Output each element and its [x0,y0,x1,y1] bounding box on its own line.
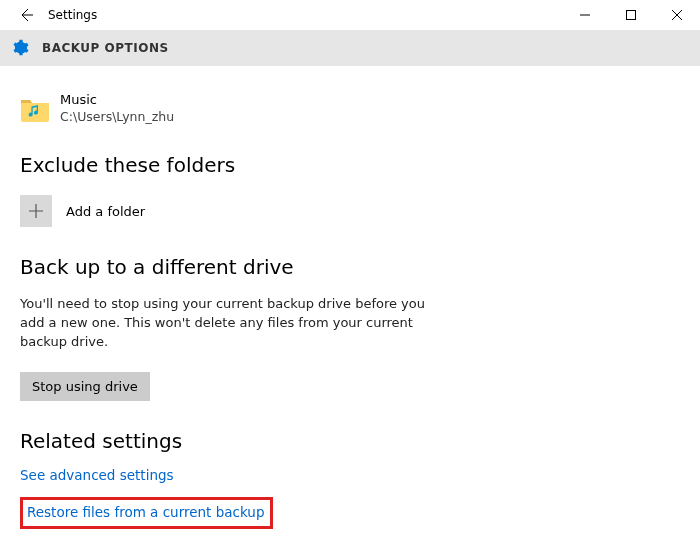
minimize-button[interactable] [562,0,608,30]
restore-files-link[interactable]: Restore files from a current backup [27,504,264,520]
settings-gear-icon [10,38,30,58]
add-folder-button[interactable]: Add a folder [20,195,680,227]
maximize-icon [626,10,636,20]
highlight-annotation: Restore files from a current backup [20,497,273,529]
plus-icon [20,195,52,227]
back-button[interactable] [10,0,42,30]
different-drive-description: You'll need to stop using your current b… [20,295,430,352]
folder-item-name: Music [60,92,174,109]
content-area: C:\Users\Public Music C:\Users\Lynn_zhu … [0,66,700,549]
related-settings-heading: Related settings [20,429,680,453]
minimize-icon [580,10,590,20]
close-button[interactable] [654,0,700,30]
stop-using-drive-button[interactable]: Stop using drive [20,372,150,401]
app-title: Settings [48,8,97,22]
see-advanced-settings-link[interactable]: See advanced settings [20,467,174,483]
titlebar: Settings [0,0,700,30]
maximize-button[interactable] [608,0,654,30]
close-icon [672,10,682,20]
arrow-left-icon [18,7,34,23]
exclude-heading: Exclude these folders [20,153,680,177]
music-folder-icon [20,96,50,122]
page-title: BACKUP OPTIONS [42,41,169,55]
folder-item-path: C:\Users\Lynn_zhu [60,109,174,125]
page-header: BACKUP OPTIONS [0,30,700,66]
different-drive-heading: Back up to a different drive [20,255,680,279]
add-folder-label: Add a folder [66,204,145,219]
folder-list-item[interactable]: Music C:\Users\Lynn_zhu [20,92,680,125]
svg-rect-0 [627,11,636,20]
